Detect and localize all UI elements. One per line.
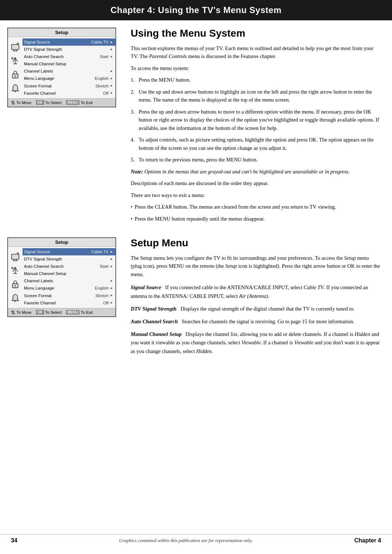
select-label-2: To Select — [45, 310, 62, 315]
step-2-text: Use the up and down arrow buttons to hig… — [139, 88, 381, 104]
section1-title: Using the Menu System — [131, 28, 381, 39]
term-label-dtv: DTV Signal Strength — [131, 306, 176, 312]
row-arrow: ► — [110, 54, 113, 59]
arrow-icon: ⇅ — [11, 100, 15, 106]
step-4: 4.To adjust controls, such as picture se… — [131, 136, 381, 152]
right-column-top: Using the Menu System This section explo… — [127, 28, 381, 226]
row-label: Channel Labels — [24, 68, 109, 74]
intro-text2: menu is discussed in the Features chapte… — [187, 53, 276, 59]
term-text-auto: Searches for channels the signal is rece… — [179, 319, 354, 324]
row-arrow: ► — [110, 47, 113, 52]
lock-icon-1 — [10, 69, 20, 79]
menu-row-auto-1[interactable]: Auto Channel Search Start ► — [23, 53, 115, 60]
bullet-item-1: • Press the CLEAR button. The menus are … — [131, 203, 381, 211]
row-value: English — [95, 285, 109, 291]
row-value: Start — [100, 54, 109, 59]
lock-icon-2 — [10, 279, 20, 289]
menu-row-auto-2[interactable]: Auto Channel Search Start ► — [23, 263, 115, 270]
row-label: Manual Channel Setup — [24, 271, 112, 276]
row-label: Manual Channel Setup — [24, 61, 112, 67]
menu-row-screen-1[interactable]: Screen Format Stretch ► — [23, 82, 115, 90]
svg-point-10 — [12, 57, 13, 59]
row-label: Menu Language — [24, 285, 95, 291]
bullet-item-2: • Press the MENU button repeatedly until… — [131, 215, 381, 223]
menu-row-channel-labels-1[interactable]: Channel Labels ► — [23, 67, 115, 75]
bell-icon-2 — [10, 293, 20, 303]
footer-chapter: Chapter 4 — [354, 537, 381, 544]
row-arrow: ► — [110, 300, 113, 305]
step-4-text: To adjust controls, such as picture sett… — [139, 136, 381, 152]
ok-key-2: OK — [36, 310, 44, 315]
row-label: Screen Format — [24, 83, 95, 89]
step-1: 1.Press the MENU button. — [131, 76, 381, 84]
setup-icons-area-2: Signal Source Cable TV ► DTV Signal Stre… — [8, 247, 115, 308]
section1-intro: This section explores the menus of your … — [131, 44, 381, 72]
menu-row-language-1[interactable]: Menu Language English ► — [23, 75, 115, 82]
bullet-dot-2: • — [131, 215, 132, 223]
svg-point-25 — [15, 286, 16, 287]
row-value: Stretch — [95, 293, 109, 299]
row-arrow: ► — [110, 257, 113, 262]
row-arrow: ► — [110, 279, 113, 283]
row-label: Favorite Channel — [24, 90, 103, 96]
menu-row-dtv-2[interactable]: DTV Signal Strength ► — [23, 255, 115, 263]
row-arrow: ► — [110, 250, 113, 254]
descriptions-text: Descriptions of each menu are discussed … — [131, 179, 381, 199]
menu-row-channel-labels-2[interactable]: Channel Labels ► — [23, 277, 115, 284]
icons-column-1 — [8, 37, 23, 98]
exit-control: MENU To Exit — [66, 100, 93, 105]
row-label: Signal Source — [24, 39, 91, 45]
svg-rect-0 — [12, 45, 19, 50]
step-5: 5.To return to the previous menu, press … — [131, 156, 381, 164]
menu-row-screen-2[interactable]: Screen Format Stretch ► — [23, 292, 115, 299]
exit-control-2: MENU To Exit — [66, 310, 93, 315]
antenna-icon-1 — [10, 56, 20, 66]
move-control-2: ⇅ To Move — [11, 309, 32, 315]
left-column-bottom: Setup — [7, 237, 116, 360]
viewable-italic-1: Viewable — [241, 340, 261, 345]
menu-key: MENU — [66, 100, 79, 105]
ok-key: OK — [36, 100, 44, 105]
row-arrow: ► — [110, 293, 113, 298]
move-label-2: To Move — [16, 310, 32, 315]
setup-bottom-bar-2: ⇅ To Move OK To Select MENU To Exit — [8, 308, 115, 316]
exit-label-2: To Exit — [81, 310, 93, 315]
row-arrow: ► — [110, 76, 113, 81]
menu-row-favorite-1[interactable]: Favorite Channel Off ► — [23, 90, 115, 97]
note-bold: Note: — [131, 169, 143, 175]
footer-page-number: 34 — [11, 537, 17, 544]
steps-list: 1.Press the MENU button. 2.Use the up an… — [131, 76, 381, 164]
two-ways-para: There are two ways to exit a menu: — [131, 191, 381, 199]
top-section: Setup — [0, 20, 392, 234]
row-value: Start — [100, 263, 109, 269]
select-control: OK To Select — [36, 100, 62, 105]
menu-row-manual-1[interactable]: Manual Channel Setup — [23, 60, 115, 67]
row-label: DTV Signal Strength — [24, 256, 109, 262]
menu-row-favorite-2[interactable]: Favorite Channel Off ► — [23, 299, 115, 307]
menu-row-signal-source-1[interactable]: Signal Source Cable TV ► — [23, 38, 115, 46]
note-body: Options in the menus that are grayed-out… — [143, 169, 350, 175]
menu-row-language-2[interactable]: Menu Language English ► — [23, 284, 115, 292]
bullet-text-2: Press the MENU button repeatedly until t… — [135, 215, 265, 223]
parental-controls-italic: Parental Controls — [149, 53, 187, 59]
menu-row-dtv-1[interactable]: DTV Signal Strength ► — [23, 46, 115, 53]
setup-menu-desc: The Setup menu lets you configure the TV… — [131, 254, 381, 278]
hidden-italic-1: Hidden — [355, 331, 370, 337]
footer-caption: Graphics contained within this publicati… — [119, 538, 253, 543]
row-label: DTV Signal Strength — [24, 46, 109, 52]
section2-title: Setup Menu — [131, 237, 381, 249]
row-label: Signal Source — [24, 249, 91, 255]
right-column-bottom: Setup Menu The Setup menu lets you confi… — [127, 237, 381, 360]
select-label: To Select — [45, 100, 62, 105]
row-value: Cable TV — [91, 249, 109, 255]
term-label-signal: Signal Source — [131, 284, 161, 290]
menu-row-signal-source-2[interactable]: Signal Source Cable TV ► — [23, 248, 115, 255]
row-label: Auto Channel Search — [24, 54, 100, 59]
antenna-icon-2 — [10, 265, 20, 275]
setup-icon-2 — [10, 251, 20, 262]
svg-point-23 — [12, 267, 13, 269]
term-text-manual-3: . If a channel is — [261, 340, 294, 345]
menu-row-manual-2[interactable]: Manual Channel Setup — [23, 270, 115, 277]
setup-menu-box-2: Setup — [7, 237, 116, 317]
setup-italic-2: Setup — [225, 263, 237, 269]
